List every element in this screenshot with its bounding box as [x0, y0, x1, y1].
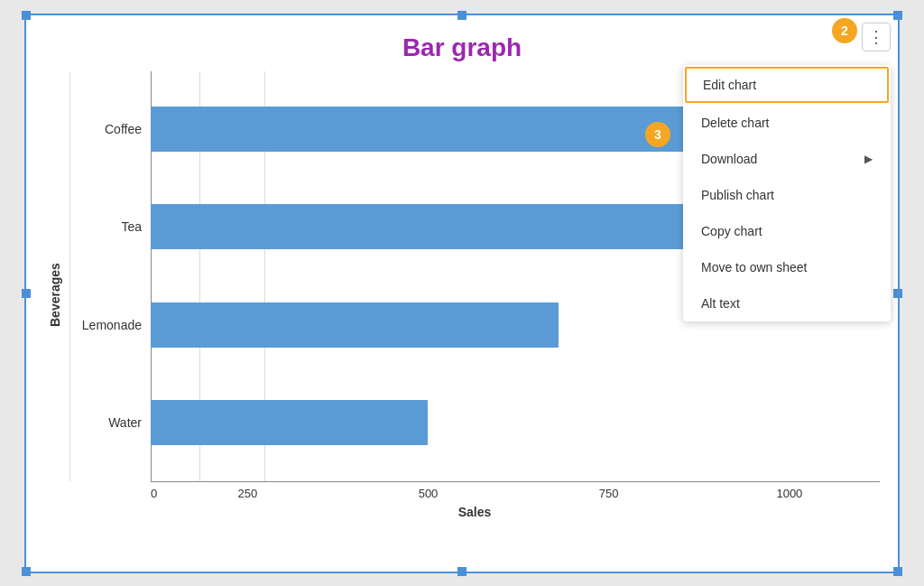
- bar-fill: [151, 302, 559, 348]
- menu-item-copy-chart[interactable]: Copy chart: [683, 213, 891, 249]
- x-axis-label: Sales: [69, 505, 880, 519]
- handle-bottom-center[interactable]: [457, 567, 467, 576]
- chart-title: Bar graph: [44, 33, 880, 62]
- handle-bottom-left[interactable]: [22, 567, 31, 576]
- menu-item-move-to-own-sheet[interactable]: Move to own sheet: [683, 249, 891, 285]
- x-tick: 250: [157, 487, 337, 500]
- menu-item-alt-text[interactable]: Alt text: [683, 285, 891, 321]
- step-badge-2: 2: [832, 18, 857, 43]
- chart-container: 2 ⋮ Edit chart Delete chart Download ▶ P…: [24, 14, 900, 573]
- bar-fill: [151, 204, 749, 249]
- context-menu: Edit chart Delete chart Download ▶ Publi…: [683, 65, 891, 321]
- handle-middle-right[interactable]: [893, 289, 902, 298]
- bar-label: Coffee: [69, 122, 151, 136]
- handle-top-center[interactable]: [457, 11, 467, 20]
- x-tick: 750: [519, 487, 699, 500]
- handle-top-left[interactable]: [22, 11, 31, 20]
- handle-top-right[interactable]: [893, 11, 902, 20]
- handle-middle-left[interactable]: [22, 289, 31, 298]
- bar-row: Water: [69, 391, 880, 454]
- x-tick: 0: [151, 487, 157, 500]
- bar-label: Water: [69, 415, 151, 430]
- y-axis-label: Beverages: [44, 71, 66, 519]
- x-tick: 500: [337, 487, 518, 500]
- handle-bottom-right[interactable]: [893, 567, 902, 576]
- bar-label: Tea: [69, 219, 151, 234]
- menu-item-delete-chart[interactable]: Delete chart: [683, 105, 891, 141]
- menu-item-publish-chart[interactable]: Publish chart: [683, 177, 891, 213]
- bar-fill: [151, 400, 428, 445]
- menu-item-edit-chart[interactable]: Edit chart: [685, 67, 889, 103]
- x-tick: 1000: [699, 487, 880, 500]
- download-arrow-icon: ▶: [864, 153, 873, 165]
- menu-item-download[interactable]: Download ▶: [683, 141, 891, 177]
- three-dot-menu-button[interactable]: ⋮: [862, 23, 891, 51]
- bar-fill: [151, 107, 771, 152]
- bar-track: [151, 400, 880, 445]
- step-badge-3: 3: [645, 122, 670, 147]
- x-axis: 02505007501000: [151, 481, 880, 500]
- bar-label: Lemonade: [69, 318, 151, 332]
